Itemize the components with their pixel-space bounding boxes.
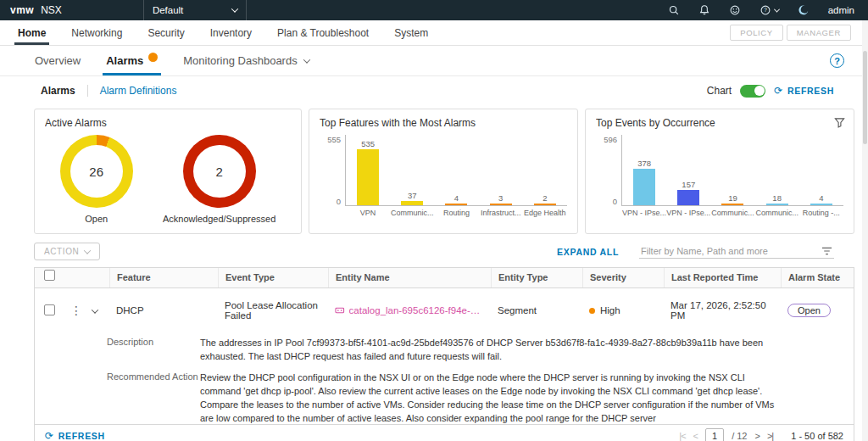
cell-severity: High [582,305,664,315]
subnav-alarms[interactable]: Alarms [41,85,75,97]
header-last-reported-time[interactable]: Last Reported Time [664,268,781,287]
alarm-state-badge[interactable]: Open [787,304,831,317]
bar [534,204,556,205]
expand-all-button[interactable]: EXPAND ALL [557,247,619,257]
charts-row: Active Alarms 26 Open 2 Acknowledged/Sup… [0,103,868,234]
table-toolbar: ACTION EXPAND ALL [0,234,868,267]
row-range-indicator: 1 - 50 of 582 [791,431,843,441]
tab-overview[interactable]: Overview [24,54,92,75]
recommended-action-text: Review the DHCP pool configuration in th… [200,371,785,424]
top-bar: vmw NSX Default ? admin [0,0,868,20]
chevron-down-icon [231,5,238,12]
nav-plan-troubleshoot[interactable]: Plan & Troubleshoot [264,20,381,45]
bar [810,204,832,205]
previous-page-icon[interactable]: < [693,431,698,441]
header-entity-type[interactable]: Entity Type [491,268,582,287]
project-selector[interactable]: Default [143,0,247,20]
policy-mode-button[interactable]: POLICY [730,25,782,41]
nav-networking-label: Networking [71,27,122,39]
header-entity-name[interactable]: Entity Name [328,268,491,287]
bar-column: 157 [666,180,710,205]
feedback-smiley-icon[interactable] [729,4,741,16]
refresh-button[interactable]: ⟳REFRESH [774,85,834,97]
entity-link[interactable]: catalog_lan-695c6126-f94e-41... [349,305,484,315]
top-bar-icons: ? admin [668,4,858,16]
bar-column: 3 [479,193,523,205]
search-icon[interactable] [668,4,680,16]
open-alarms-donut[interactable]: 26 Open [60,135,133,224]
nav-system[interactable]: System [381,20,441,45]
y-axis-min: 0 [337,197,341,206]
tab-monitoring-dashboards-label: Monitoring Dashboards [183,54,297,67]
filter-input[interactable] [641,246,816,256]
card-title: Top Features with the Most Alarms [320,117,567,129]
alarms-subnav: Alarms Alarm Definitions Chart ⟳REFRESH [0,76,868,103]
y-axis: 596 0 [596,135,621,206]
tab-alarms-label: Alarms [106,54,143,67]
cell-last-reported-time: Mar 17, 2026, 2:52:50 PM [664,300,781,321]
manager-mode-button[interactable]: MANAGER [787,25,851,41]
x-axis-label: Infrastruct... [479,209,523,217]
bar [490,204,512,205]
severity-label: High [600,305,620,315]
vertical-scrollbar[interactable] [862,20,868,441]
nav-home[interactable]: Home [5,20,58,45]
main-navigation: Home Networking Security Inventory Plan … [0,20,868,46]
table-footer: ⟳REFRESH |< < 1 / 12 > >| 1 - 50 of 582 [35,424,854,441]
vmware-logo[interactable]: vmw [10,4,34,16]
header-severity[interactable]: Severity [582,268,664,287]
donut-label-open: Open [85,214,108,224]
mode-toggle: POLICY MANAGER [730,20,863,45]
bar [677,190,699,205]
x-axis-labels: VPNCommunic...RoutingInfrastruct...Edge … [345,206,567,217]
nav-inventory-label: Inventory [210,27,252,39]
nav-security[interactable]: Security [135,20,197,45]
nav-inventory[interactable]: Inventory [198,20,264,45]
bar-plot: 37815719184 [621,135,843,206]
select-all-checkbox[interactable] [44,270,55,281]
toggle-knob [754,86,765,96]
x-axis-label: VPN [346,209,390,217]
nav-networking[interactable]: Networking [58,20,135,45]
scrollbar-thumb[interactable] [863,51,867,144]
acknowledged-alarms-donut[interactable]: 2 Acknowledged/Suppressed [163,135,275,224]
current-page-input[interactable]: 1 [705,428,724,441]
card-title: Active Alarms [45,117,291,129]
recommended-action-label: Recommended Action [107,371,200,424]
tab-alarms[interactable]: Alarms [95,54,169,75]
row-checkbox[interactable] [44,304,55,315]
table-refresh-button[interactable]: ⟳REFRESH [45,430,105,441]
divider [87,85,88,97]
first-page-icon[interactable]: |< [679,431,685,441]
collapse-row-chevron-icon[interactable] [92,306,98,313]
action-button[interactable]: ACTION [34,243,100,260]
cell-entity-name[interactable]: catalog_lan-695c6126-f94e-41... [328,305,491,315]
tab-monitoring-dashboards[interactable]: Monitoring Dashboards [172,54,320,75]
header-alarm-state[interactable]: Alarm State [781,268,854,287]
notifications-bell-icon[interactable] [698,4,710,16]
user-menu[interactable]: admin [828,5,854,15]
header-event-type[interactable]: Event Type [218,268,328,287]
next-page-icon[interactable]: > [755,431,760,441]
donut-label-acknowledged: Acknowledged/Suppressed [163,214,275,224]
table-row[interactable]: ⋮ DHCP Pool Lease Allocation Failed cata… [35,288,854,332]
row-menu-icon[interactable]: ⋮ [64,304,86,317]
top-events-card: Top Events by Occurrence 596 0 378157191… [585,109,854,234]
x-axis-label: Communic... [710,209,754,217]
header-feature[interactable]: Feature [109,268,218,287]
bar-value-label: 378 [637,159,651,168]
help-menu-icon[interactable]: ? [760,4,779,16]
product-name: NSX [41,4,62,16]
filter-funnel-icon[interactable] [834,117,845,128]
bar-column: 4 [434,193,478,205]
segment-icon [335,305,345,315]
subnav-alarm-definitions[interactable]: Alarm Definitions [100,85,177,97]
bar-value-label: 2 [542,193,547,203]
alarm-details: Description The addresses in IP Pool 7cf… [35,332,854,424]
filter-icon[interactable] [821,246,832,256]
dark-mode-moon-icon[interactable] [798,4,810,16]
page-help-icon[interactable]: ? [830,53,844,68]
chart-toggle-switch[interactable] [740,85,765,98]
last-page-icon[interactable]: >| [767,431,773,441]
x-axis-labels: VPN - IPse...VPN - IPse...Communic...Com… [621,206,843,217]
